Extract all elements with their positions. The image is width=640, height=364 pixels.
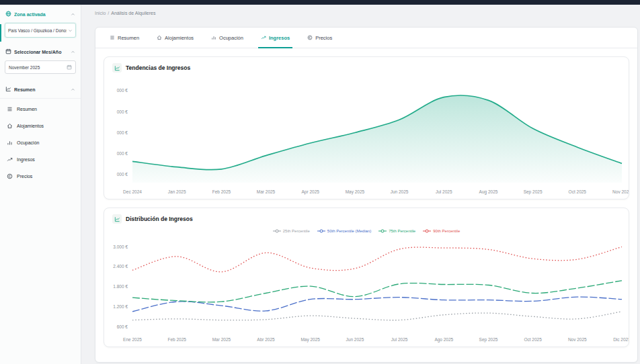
sidebar-item-label: Resumen xyxy=(17,107,37,111)
svg-text:Feb 2025: Feb 2025 xyxy=(212,189,231,194)
tab-ingresos[interactable]: Ingresos xyxy=(252,28,298,48)
breadcrumb-separator: / xyxy=(108,11,109,15)
sidebar-item-ingresos[interactable]: Ingresos xyxy=(0,151,81,168)
svg-text:000 €: 000 € xyxy=(117,172,128,177)
svg-text:600 €: 600 € xyxy=(117,324,128,329)
svg-text:Jun 2025: Jun 2025 xyxy=(391,189,409,194)
line-chart-icon xyxy=(112,63,122,73)
legend-label: 25th Percentile xyxy=(283,229,310,233)
legend-item[interactable]: 90th Percentile xyxy=(423,229,460,233)
tab-label: Ingresos xyxy=(269,35,290,41)
chevron-up-icon[interactable] xyxy=(71,12,75,17)
sidebar-item-precios[interactable]: Precios xyxy=(0,168,81,185)
breadcrumb-home[interactable]: Inicio xyxy=(95,11,106,15)
svg-text:2.400 €: 2.400 € xyxy=(113,264,128,269)
tab-label: Precios xyxy=(315,35,332,41)
legend-marker-icon xyxy=(423,229,431,233)
home-icon xyxy=(157,35,162,40)
breadcrumb-current: Análisis de Alquileres xyxy=(111,11,155,15)
svg-text:000 €: 000 € xyxy=(117,109,128,114)
svg-text:Nov 2025: Nov 2025 xyxy=(612,189,629,194)
coin-icon xyxy=(7,173,13,179)
calendar-icon xyxy=(67,64,72,70)
menu-section-label: Resumen xyxy=(14,87,68,92)
income-trends-chart: 000 €000 €000 €000 €000 €Dec 2024Jan 202… xyxy=(104,75,629,199)
bar-chart-icon xyxy=(211,35,216,40)
zone-section-header[interactable]: Zona activada xyxy=(0,5,81,19)
legend-marker-icon xyxy=(378,229,387,233)
svg-text:3.000 €: 3.000 € xyxy=(113,244,128,249)
svg-text:Abr 2025: Abr 2025 xyxy=(257,337,275,342)
chart-title: Tendencias de Ingresos xyxy=(126,64,190,71)
svg-text:Dec 2024: Dec 2024 xyxy=(123,189,142,194)
income-trends-card: Tendencias de Ingresos 000 €000 €000 €00… xyxy=(104,56,629,199)
chevron-up-icon[interactable] xyxy=(71,87,75,92)
chart-legend: 25th Percentile50th Percentile (Median)7… xyxy=(104,226,629,234)
content-panel: Resumen Alojamientos Ocupación Ingresos xyxy=(95,27,638,363)
sidebar-item-ocupacion[interactable]: Ocupación xyxy=(0,134,81,151)
list-icon xyxy=(110,35,115,40)
month-year-input[interactable]: November 2025 xyxy=(5,60,76,74)
date-section-header[interactable]: Seleccionar Mes/Año xyxy=(0,42,81,57)
svg-text:Jun 2025: Jun 2025 xyxy=(346,337,364,342)
month-year-value: November 2025 xyxy=(9,65,65,70)
top-accent-bar xyxy=(0,0,640,5)
legend-marker-icon xyxy=(317,229,325,233)
sidebar-item-resumen[interactable]: Resumen xyxy=(0,101,81,118)
income-distribution-card: Distribución de Ingresos 25th Percentile… xyxy=(104,208,629,347)
trending-up-icon xyxy=(261,35,266,40)
legend-label: 75th Percentile xyxy=(389,229,415,233)
card-header: Distribución de Ingresos xyxy=(104,208,629,226)
tab-bar: Resumen Alojamientos Ocupación Ingresos xyxy=(95,28,637,48)
legend-label: 90th Percentile xyxy=(433,229,460,233)
legend-item[interactable]: 75th Percentile xyxy=(378,229,415,233)
tab-resumen[interactable]: Resumen xyxy=(101,28,148,48)
svg-text:Aug 2025: Aug 2025 xyxy=(479,189,498,195)
zone-section-label: Zona activada xyxy=(14,12,68,17)
chevron-down-icon xyxy=(68,28,73,33)
tab-label: Ocupación xyxy=(219,35,243,41)
income-distribution-chart: 600 €1.200 €1.800 €2.400 €3.000 €Ene 202… xyxy=(104,234,629,347)
svg-text:Jul 2025: Jul 2025 xyxy=(391,337,408,342)
legend-label: 50th Percentile (Median) xyxy=(327,229,371,233)
svg-text:Oct 2025: Oct 2025 xyxy=(524,337,542,342)
svg-text:Mar 2025: Mar 2025 xyxy=(212,337,231,342)
chart-title: Distribución de Ingresos xyxy=(126,216,193,222)
svg-text:Jan 2025: Jan 2025 xyxy=(168,189,186,194)
sidebar-item-alojamientos[interactable]: Alojamientos xyxy=(0,118,81,134)
globe-icon xyxy=(5,11,11,17)
svg-text:Ene 2025: Ene 2025 xyxy=(123,337,142,342)
legend-item[interactable]: 25th Percentile xyxy=(273,229,310,233)
svg-text:Feb 2025: Feb 2025 xyxy=(167,337,186,342)
calendar-icon xyxy=(5,48,11,55)
tab-precios[interactable]: Precios xyxy=(298,28,341,48)
svg-text:Apr 2025: Apr 2025 xyxy=(302,189,320,195)
chevron-up-icon[interactable] xyxy=(71,50,75,54)
tab-alojamientos[interactable]: Alojamientos xyxy=(148,28,202,48)
tab-label: Resumen xyxy=(118,35,139,41)
zone-select-value: País Vasco / Gipuzkoa / Donosti... xyxy=(8,28,67,33)
svg-text:1.200 €: 1.200 € xyxy=(113,304,128,309)
tab-ocupacion[interactable]: Ocupación xyxy=(202,28,252,48)
zone-active-indicator xyxy=(0,24,1,42)
svg-text:Jul 2025: Jul 2025 xyxy=(436,189,452,194)
svg-text:000 €: 000 € xyxy=(117,151,128,156)
svg-text:000 €: 000 € xyxy=(117,130,128,135)
zone-select[interactable]: País Vasco / Gipuzkoa / Donosti... xyxy=(5,23,76,38)
tab-label: Alojamientos xyxy=(165,35,194,41)
sidebar-item-label: Alojamientos xyxy=(17,124,44,128)
svg-text:Mar 2025: Mar 2025 xyxy=(257,189,276,194)
sidebar-item-label: Ocupación xyxy=(17,140,39,145)
sidebar: Zona activada País Vasco / Gipuzkoa / Do… xyxy=(0,5,81,364)
legend-item[interactable]: 50th Percentile (Median) xyxy=(317,229,371,233)
menu-section-header[interactable]: Resumen xyxy=(0,80,81,99)
svg-text:000 €: 000 € xyxy=(117,88,128,93)
trending-up-icon xyxy=(7,156,13,163)
svg-text:Dic 2025: Dic 2025 xyxy=(613,337,629,342)
home-icon xyxy=(7,123,13,129)
svg-text:Sep 2025: Sep 2025 xyxy=(479,337,498,343)
svg-text:May 2025: May 2025 xyxy=(301,337,320,343)
svg-text:1.800 €: 1.800 € xyxy=(113,284,128,289)
svg-text:Sep 2025: Sep 2025 xyxy=(524,189,543,195)
main-content: Inicio/Análisis de Alquileres Resumen Al… xyxy=(81,5,640,364)
